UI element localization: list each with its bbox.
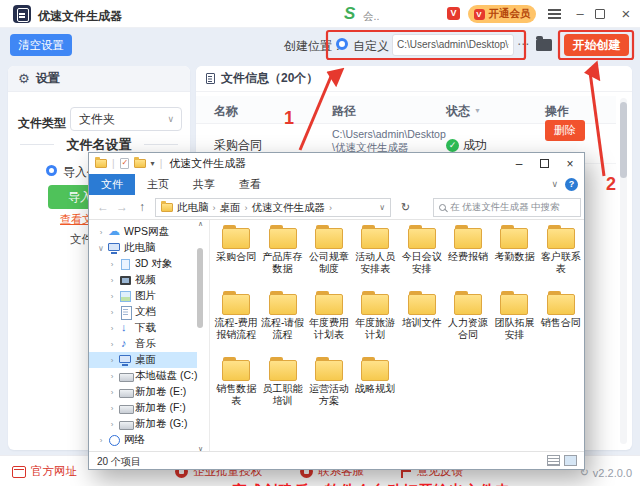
- folder-item[interactable]: 员工职能培训: [259, 354, 305, 420]
- tree-expander-icon[interactable]: ›: [97, 436, 105, 445]
- folder-item[interactable]: 流程-请假流程: [259, 288, 305, 354]
- breadcrumb-item[interactable]: 桌面: [220, 201, 241, 215]
- tree-item-网络[interactable]: ›网络: [89, 432, 197, 448]
- explorer-close-button[interactable]: ×: [562, 157, 578, 171]
- folder-item[interactable]: 战略规划: [352, 354, 398, 420]
- open-vip-button[interactable]: V 开通会员: [468, 5, 536, 23]
- app-title: 优速文件生成器: [38, 8, 122, 25]
- folder-item[interactable]: 人力资源合同: [445, 288, 491, 354]
- ribbon-collapse-icon[interactable]: ∨: [551, 179, 558, 189]
- breadcrumb-item[interactable]: 此电脑: [177, 201, 209, 215]
- scrollbar-thumb[interactable]: [197, 248, 203, 328]
- explorer-tab-2[interactable]: 共享: [181, 174, 227, 195]
- tree-expander-icon[interactable]: ›: [108, 276, 116, 285]
- explorer-address-bar: ← → ↑ 此电脑›桌面›优速文件生成器›∨ ↻ 在 优速文件生成器 中搜索: [89, 195, 584, 220]
- minimize-button[interactable]: –: [572, 6, 588, 22]
- folder-item[interactable]: 团队拓展安排: [491, 288, 537, 354]
- tree-expander-icon[interactable]: ›: [108, 260, 116, 269]
- location-path-input[interactable]: [392, 34, 514, 56]
- tree-item-WPS网盘[interactable]: ›WPS网盘: [89, 224, 197, 240]
- footer-link-0[interactable]: 官方网址: [12, 464, 77, 479]
- close-button[interactable]: ×: [618, 6, 634, 22]
- column-header-1: 路径: [332, 103, 356, 120]
- tree-item-视频[interactable]: ›视频: [89, 272, 197, 288]
- tree-expander-icon[interactable]: ›: [108, 372, 116, 381]
- explorer-tab-3[interactable]: 查看: [227, 174, 273, 195]
- tree-item-3D 对象[interactable]: ›3D 对象: [89, 256, 197, 272]
- folder-item[interactable]: 公司规章制度: [306, 222, 352, 288]
- folder-item[interactable]: 产品库存数据: [259, 222, 305, 288]
- tree-expander-icon[interactable]: ›: [108, 388, 116, 397]
- folder-item[interactable]: 年度费用计划表: [306, 288, 352, 354]
- thumbnails-view-icon[interactable]: [564, 455, 577, 466]
- tree-expander-icon[interactable]: ∨: [97, 244, 105, 253]
- clear-settings-button[interactable]: 清空设置: [10, 34, 72, 56]
- browse-folder-icon[interactable]: [536, 39, 552, 51]
- breadcrumb-dropdown-icon[interactable]: ∨: [379, 203, 385, 212]
- tree-expander-icon[interactable]: ›: [97, 228, 105, 237]
- tree-item-此电脑[interactable]: ∨此电脑: [89, 240, 197, 256]
- tree-expander-icon[interactable]: ›: [108, 292, 116, 301]
- explorer-search-input[interactable]: 在 优速文件生成器 中搜索: [433, 198, 581, 217]
- tree-item-桌面[interactable]: ›桌面: [89, 352, 197, 368]
- tree-item-文档[interactable]: ›文档: [89, 304, 197, 320]
- refresh-icon[interactable]: ↻: [401, 201, 410, 214]
- tree-expander-icon[interactable]: ›: [108, 308, 116, 317]
- folder-icon[interactable]: [134, 159, 146, 168]
- tree-expander-icon[interactable]: ›: [108, 420, 116, 429]
- folder-item[interactable]: 今日会议安排: [399, 222, 445, 288]
- custom-location-radio[interactable]: [336, 38, 348, 50]
- folder-item[interactable]: 经费报销: [445, 222, 491, 288]
- file-type-dropdown[interactable]: 文件夹 ∨: [70, 107, 182, 131]
- more-icon[interactable]: ⋯: [517, 37, 529, 51]
- delete-button[interactable]: 删除: [545, 120, 585, 141]
- folder-item[interactable]: 采购合同: [213, 222, 259, 288]
- folder-item[interactable]: 培训文件: [399, 288, 445, 354]
- folder-item[interactable]: 流程-费用报销流程: [213, 288, 259, 354]
- tree-item-新加卷 (F:)[interactable]: ›新加卷 (F:): [89, 400, 197, 416]
- tree-expander-icon[interactable]: ›: [108, 356, 116, 365]
- folder-item[interactable]: 运营活动方案: [306, 354, 352, 420]
- help-icon[interactable]: ?: [565, 178, 578, 191]
- tree-expander-icon[interactable]: ›: [108, 404, 116, 413]
- start-create-button[interactable]: 开始创建: [564, 34, 629, 56]
- tree-item-新加卷 (E:)[interactable]: ›新加卷 (E:): [89, 384, 197, 400]
- folder-icon: [314, 291, 344, 315]
- details-view-icon[interactable]: [547, 455, 560, 466]
- tree-item-新加卷 (G:)[interactable]: ›新加卷 (G:): [89, 416, 197, 432]
- tree-expander-icon[interactable]: ›: [108, 340, 116, 349]
- explorer-tab-1[interactable]: 主页: [135, 174, 181, 195]
- folder-item[interactable]: 客户联系表: [538, 222, 584, 288]
- import-create-radio[interactable]: [46, 165, 57, 176]
- annotation-caption: 完成创建后，软件会自动打开输出文件夹: [204, 482, 539, 486]
- maximize-button[interactable]: [595, 9, 605, 19]
- tree-scrollbar[interactable]: ∧ ∨: [196, 220, 205, 453]
- folder-item[interactable]: 销售数据表: [213, 354, 259, 420]
- qat-caret-icon[interactable]: ▾: [151, 159, 155, 168]
- breadcrumb-item[interactable]: 优速文件生成器: [252, 201, 326, 215]
- folder-icon: [453, 225, 483, 249]
- tree-item-下载[interactable]: ›下载: [89, 320, 197, 336]
- tree-expander-icon[interactable]: ›: [108, 324, 116, 333]
- explorer-minimize-button[interactable]: –: [511, 157, 527, 171]
- explorer-maximize-button[interactable]: [540, 159, 549, 168]
- filter-icon[interactable]: ▼: [474, 107, 481, 114]
- table-scrollbar[interactable]: [620, 98, 627, 444]
- menu-icon[interactable]: [548, 9, 561, 19]
- explorer-tab-0[interactable]: 文件: [89, 174, 135, 195]
- folder-item[interactable]: 年度旅游计划: [352, 288, 398, 354]
- tree-item-图片[interactable]: ›图片: [89, 288, 197, 304]
- back-icon[interactable]: ←: [97, 200, 109, 214]
- breadcrumb[interactable]: 此电脑›桌面›优速文件生成器›∨: [155, 198, 391, 217]
- checkmark-doc-icon[interactable]: [120, 158, 129, 169]
- tree-item-本地磁盘 (C:)[interactable]: ›本地磁盘 (C:): [89, 368, 197, 384]
- scroll-up-icon[interactable]: ∧: [196, 220, 205, 228]
- forward-icon[interactable]: →: [116, 200, 128, 214]
- folder-item[interactable]: 销售合同: [538, 288, 584, 354]
- vip-icon[interactable]: V: [447, 7, 460, 20]
- folder-item[interactable]: 活动人员安排表: [352, 222, 398, 288]
- tree-item-音乐[interactable]: ›音乐: [89, 336, 197, 352]
- folder-item[interactable]: 考勤数据: [491, 222, 537, 288]
- scrollbar-thumb[interactable]: [620, 102, 627, 178]
- up-icon[interactable]: ↑: [139, 200, 145, 214]
